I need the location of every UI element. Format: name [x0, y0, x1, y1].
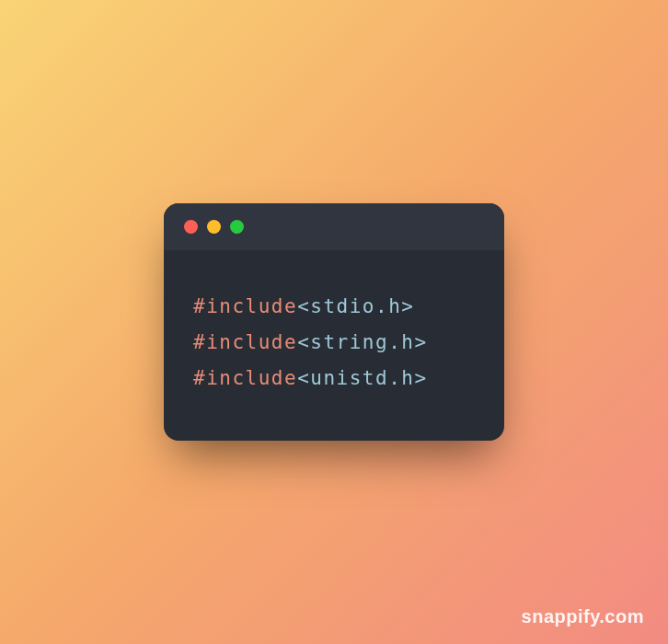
- code-window: #include<stdio.h> #include<string.h> #in…: [164, 203, 504, 441]
- preprocessor-directive: #include: [193, 367, 297, 389]
- window-titlebar: [164, 203, 504, 250]
- include-path: <unistd.h>: [297, 367, 427, 389]
- include-path: <stdio.h>: [297, 295, 414, 317]
- code-line: #include<unistd.h>: [193, 361, 475, 397]
- maximize-icon[interactable]: [230, 220, 244, 234]
- preprocessor-directive: #include: [193, 331, 297, 353]
- watermark: snappify.com: [522, 606, 644, 627]
- code-line: #include<string.h>: [193, 325, 475, 361]
- code-content: #include<stdio.h> #include<string.h> #in…: [164, 250, 504, 441]
- include-path: <string.h>: [297, 331, 427, 353]
- preprocessor-directive: #include: [193, 295, 297, 317]
- close-icon[interactable]: [184, 220, 198, 234]
- minimize-icon[interactable]: [207, 220, 221, 234]
- code-line: #include<stdio.h>: [193, 289, 475, 325]
